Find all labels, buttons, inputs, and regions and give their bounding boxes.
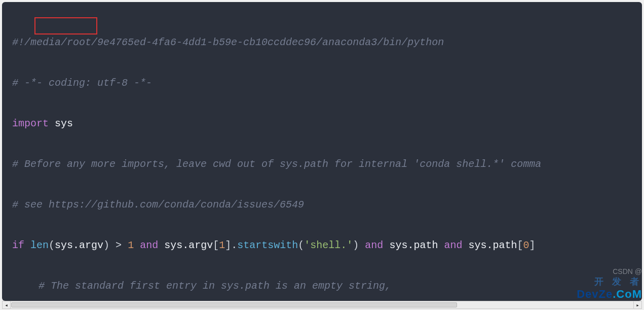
sys-path: sys.path [468, 239, 517, 251]
scroll-left-arrow-icon[interactable]: ◂ [3, 301, 11, 308]
and-keyword: and [365, 239, 383, 251]
code-editor: #!/media/root/9e4765ed-4fa6-4dd1-b59e-cb… [2, 2, 642, 301]
comment-line: # The standard first entry in sys.path i… [39, 280, 391, 292]
code-block: #!/media/root/9e4765ed-4fa6-4dd1-b59e-cb… [2, 2, 642, 301]
code-line: if len(sys.argv) > 1 and sys.argv[1].sta… [12, 235, 642, 256]
shebang-boxed: media/root [30, 37, 91, 48]
comment-line: # see https://github.com/conda/conda/iss… [12, 199, 304, 211]
code-line: # -*- coding: utf-8 -*- [12, 73, 642, 93]
scroll-right-arrow-icon[interactable]: ▸ [633, 301, 641, 308]
code-line: # see https://github.com/conda/conda/iss… [12, 195, 642, 215]
sys-argv: sys.argv [55, 239, 103, 251]
sys-argv: sys.argv [164, 239, 213, 251]
code-line: # The standard first entry in sys.path i… [12, 276, 642, 296]
horizontal-scrollbar[interactable]: ◂ ▸ [2, 301, 642, 309]
scroll-thumb[interactable] [11, 302, 457, 307]
code-line: #!/media/root/9e4765ed-4fa6-4dd1-b59e-cb… [12, 32, 642, 53]
comment-line: # Before any more imports, leave cwd out… [12, 158, 541, 170]
scroll-track[interactable] [11, 301, 633, 308]
import-keyword: import [12, 118, 49, 129]
shebang-comment: #!/media/root/9e4765ed-4fa6-4dd1-b59e-cb… [12, 37, 444, 48]
startswith-func: startswith [237, 239, 298, 251]
shebang-prefix: #!/ [12, 37, 30, 48]
len-func: len [30, 239, 49, 251]
number-one: 1 [219, 239, 225, 251]
number-zero: 0 [523, 239, 529, 251]
number-one: 1 [128, 239, 134, 251]
shebang-suffix: /9e4765ed-4fa6-4dd1-b59e-cb10ccddec96/an… [91, 37, 444, 48]
code-line: import sys [12, 114, 642, 134]
coding-comment: # -*- coding: utf-8 -*- [12, 77, 152, 89]
if-keyword: if [12, 239, 24, 251]
and-keyword: and [140, 239, 158, 251]
string-shell: 'shell.' [304, 239, 353, 251]
module-sys: sys [55, 118, 73, 129]
code-line: # Before any more imports, leave cwd out… [12, 154, 642, 175]
sys-path: sys.path [389, 239, 438, 251]
gt-op: > [116, 239, 122, 251]
and-keyword: and [444, 239, 462, 251]
